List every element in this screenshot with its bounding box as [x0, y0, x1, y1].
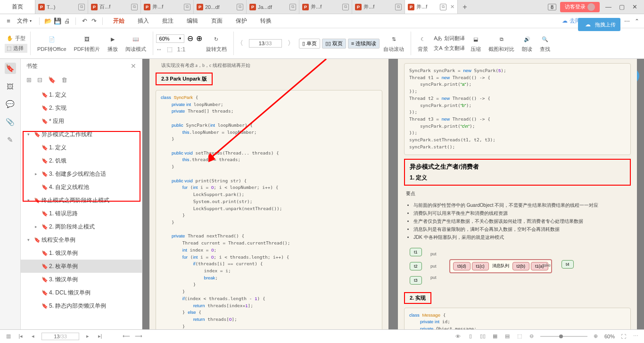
maximize-icon[interactable]: ▢	[617, 3, 627, 10]
sidebar-close-icon[interactable]: ✕	[131, 62, 136, 70]
last-page-icon[interactable]: ▸|	[96, 333, 104, 340]
read-mode[interactable]: 📖阅读模式	[122, 29, 150, 57]
continuous-read[interactable]: ≡ 连续阅读	[348, 39, 380, 49]
home-tab[interactable]: 首页	[0, 0, 35, 14]
attachment-icon[interactable]: 📎	[5, 116, 16, 128]
expand-all-icon[interactable]: ⊞	[26, 76, 32, 83]
nav-back-icon[interactable]: ⟵	[123, 333, 130, 340]
document-view[interactable]: 💬 该实现没有考虑 a，b，c 线程都就绪再开始 2.3 Park Unpark…	[142, 59, 644, 329]
doc-tab-1[interactable]: P百...f⧉	[88, 0, 141, 14]
find[interactable]: 🔍查找	[536, 29, 554, 57]
bookmark-item[interactable]: ▾🔖异步模式之工作线程	[21, 128, 142, 141]
bookmark-item[interactable]: 🔖1. 定义	[21, 141, 142, 154]
bookmark-item[interactable]: 🔖* 应用	[21, 114, 142, 128]
doc-tab-5[interactable]: P并...f⧉	[299, 0, 352, 14]
more-icon[interactable]: ⋯	[632, 333, 639, 340]
zoom-in-icon[interactable]: ⊕	[196, 34, 202, 43]
rotate-doc[interactable]: ↻旋转文档	[202, 29, 231, 57]
pdf-to-image[interactable]: 🖼PDF转图片	[70, 29, 104, 57]
fullscreen-icon[interactable]: ⛶	[619, 333, 627, 340]
view1-icon[interactable]: ▯	[467, 333, 474, 340]
bookmark-item[interactable]: 🔖4. 自定义线程池	[21, 180, 142, 194]
fit-page-icon[interactable]: ⬚	[167, 46, 173, 53]
fit-icon[interactable]: ⬚	[516, 333, 523, 340]
open-icon[interactable]: 📂	[44, 17, 52, 25]
tab-ext-icon[interactable]: ⧉	[289, 4, 296, 10]
tab-ext-icon[interactable]: ⧉	[342, 4, 349, 10]
zoom-input[interactable]: 60%▾	[156, 34, 184, 43]
zoom-slider[interactable]	[540, 336, 587, 337]
view4-icon[interactable]: ▤	[504, 333, 511, 340]
sidebar-toggle-icon[interactable]: ▥	[5, 333, 12, 340]
status-page-input[interactable]: 13/33	[41, 333, 79, 340]
play-button[interactable]: ▶播放	[104, 29, 122, 57]
double-page[interactable]: ▯▯ 双页	[322, 39, 346, 49]
zoom-out-status[interactable]: ⊖	[528, 333, 536, 340]
eye-icon[interactable]: 👁	[454, 333, 462, 340]
bookmark-item[interactable]: ▾🔖线程安全单例	[21, 233, 142, 246]
bookmark-item[interactable]: 🔖1. 饿汉单例	[21, 246, 142, 260]
redo-icon[interactable]: ↷	[90, 17, 98, 25]
doc-tab-6[interactable]: P并...f⧉	[352, 0, 405, 14]
doc-tab-4[interactable]: PJa...df⧉	[247, 0, 299, 14]
next-page-icon[interactable]: 〉	[288, 39, 294, 48]
doc-tab-2[interactable]: P并...f⧉	[141, 0, 194, 14]
single-page[interactable]: ▯ 单页	[299, 39, 320, 49]
minimize-icon[interactable]: —	[603, 3, 613, 10]
full-translate[interactable]: 文A全文翻译	[432, 44, 467, 53]
prev-page-icon[interactable]: 〈	[237, 39, 243, 48]
bookmark-item[interactable]: 🔖3. 懒汉单例	[21, 273, 142, 286]
bookmark-item[interactable]: ▸🔖2. 两阶段终止模式	[21, 220, 142, 233]
doc-tab-0[interactable]: PT...)⧉	[35, 0, 88, 14]
bookmark-item[interactable]: ▾🔖终止模式之两阶段终止模式	[21, 194, 142, 207]
tab-ext-icon[interactable]: ⧉	[237, 4, 243, 10]
file-menu[interactable]: 文件▾	[14, 17, 34, 25]
next-icon[interactable]: ▸	[84, 333, 91, 340]
bookmark-item[interactable]: 🔖2. 饥饿	[21, 154, 142, 167]
tab-ext-icon[interactable]: ⧉	[440, 4, 446, 10]
overflow-icon[interactable]: ⋯	[624, 18, 630, 24]
bookmark-item[interactable]: 🔖2. 实现	[21, 101, 142, 114]
bookmark-item[interactable]: 🔖5. 静态内部类懒汉单例	[21, 299, 142, 312]
compress[interactable]: ⬓压缩	[467, 29, 485, 57]
menu-edit[interactable]: 编辑	[181, 17, 204, 25]
prev-icon[interactable]: ◂	[29, 333, 37, 340]
collapse-icon[interactable]: ⌃	[635, 18, 639, 24]
select-tool[interactable]: ⬚选择	[5, 44, 27, 53]
print-icon[interactable]: 🖨	[63, 17, 71, 25]
bookmark-item[interactable]: ▸🔖3. 创建多少线程池合适	[21, 167, 142, 180]
tab-ext-icon[interactable]: ⧉	[395, 4, 402, 10]
bookmark-item[interactable]: 🔖2. 枚举单例	[21, 260, 142, 273]
tab-ext-icon[interactable]: ⧉	[131, 4, 138, 10]
drag-upload-banner[interactable]: ☁拖拽上传	[578, 18, 620, 31]
auto-scroll[interactable]: ⇅自动滚动	[380, 29, 408, 57]
zoom-out-icon[interactable]: ⊖	[187, 34, 193, 43]
close-icon[interactable]: ✕	[630, 3, 639, 10]
read-aloud[interactable]: 🔊朗读	[518, 29, 536, 57]
tab-ext-icon[interactable]: ⧉	[184, 4, 190, 10]
close-icon[interactable]: ✕	[450, 4, 454, 10]
bookmark-item[interactable]: 🔖1. 错误思路	[21, 207, 142, 220]
actual-size-icon[interactable]: 1:1	[177, 46, 186, 53]
zoom-in-status[interactable]: ⊕	[592, 333, 600, 340]
highlight-icon[interactable]: ✎	[5, 134, 16, 146]
save-icon[interactable]: 💾	[54, 17, 61, 25]
doc-tab-3[interactable]: P20...df⧉	[194, 0, 247, 14]
guest-login-button[interactable]: 访客登录	[560, 2, 600, 12]
nav-fwd-icon[interactable]: ⟶	[135, 333, 142, 340]
new-tab-button[interactable]: +	[458, 0, 472, 14]
menu-insert[interactable]: 插入	[132, 17, 155, 25]
menu-annotate[interactable]: 批注	[157, 17, 179, 25]
tab-ext-icon[interactable]: ⧉	[78, 4, 85, 10]
word-translate[interactable]: Aあ划词翻译	[432, 34, 467, 43]
bookmark-item[interactable]: 🔖4. DCL 懒汉单例	[21, 286, 142, 299]
background[interactable]: ☾背景	[414, 29, 432, 57]
menu-start[interactable]: 开始	[107, 17, 130, 25]
page-input[interactable]: 13/33	[249, 39, 282, 48]
collapse-all-icon[interactable]: ⊟	[37, 76, 42, 83]
menu-protect[interactable]: 保护	[230, 17, 253, 25]
bookmark-icon[interactable]: 🔖	[5, 63, 16, 74]
fit-width-icon[interactable]: ↔	[156, 46, 162, 53]
first-page-icon[interactable]: |◂	[17, 333, 25, 340]
crop-compare[interactable]: ⧉截图和对比	[485, 29, 518, 57]
